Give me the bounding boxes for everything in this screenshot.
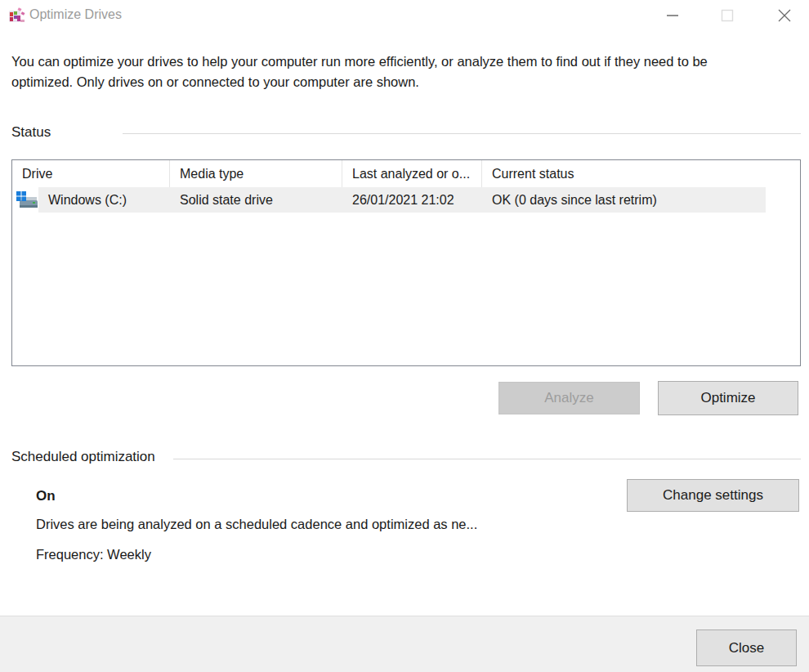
column-header-current-status[interactable]: Current status bbox=[482, 160, 766, 187]
column-header-drive[interactable]: Drive bbox=[12, 160, 170, 187]
analyze-button: Analyze bbox=[498, 382, 640, 414]
minimize-icon bbox=[664, 7, 682, 25]
drive-row-windows-c[interactable]: Windows (C:) Solid state drive 26/01/202… bbox=[12, 187, 800, 213]
window-title: Optimize Drives bbox=[29, 7, 122, 22]
scheduled-section-label: Scheduled optimization bbox=[11, 449, 155, 465]
dialog-description: You can optimize your drives to help you… bbox=[11, 52, 757, 92]
scheduled-description: Drives are being analyzed on a scheduled… bbox=[36, 517, 477, 532]
dialog-footer bbox=[0, 616, 809, 672]
change-settings-button[interactable]: Change settings bbox=[627, 479, 799, 512]
scheduled-frequency: Frequency: Weekly bbox=[36, 547, 151, 562]
minimize-button[interactable] bbox=[659, 2, 686, 29]
titlebar: Optimize Drives bbox=[0, 0, 809, 33]
scheduled-state: On bbox=[36, 488, 56, 504]
close-window-button[interactable] bbox=[771, 2, 798, 29]
maximize-button bbox=[713, 2, 741, 29]
close-button[interactable]: Close bbox=[696, 629, 797, 666]
maximize-icon bbox=[718, 7, 736, 25]
cell-media-type: Solid state drive bbox=[170, 187, 342, 213]
system-drive-icon bbox=[15, 189, 39, 212]
drives-table-header: Drive Media type Last analyzed or o... C… bbox=[12, 160, 800, 187]
status-section-divider bbox=[123, 133, 801, 134]
cell-last-analyzed: 26/01/2021 21:02 bbox=[342, 187, 482, 213]
drives-table: Drive Media type Last analyzed or o... C… bbox=[11, 159, 801, 366]
close-icon bbox=[775, 7, 793, 25]
column-header-media-type[interactable]: Media type bbox=[170, 160, 342, 187]
cell-current-status: OK (0 days since last retrim) bbox=[482, 187, 766, 213]
defrag-app-icon bbox=[7, 6, 26, 25]
column-header-last-analyzed[interactable]: Last analyzed or o... bbox=[342, 160, 482, 187]
status-section-label: Status bbox=[11, 124, 51, 141]
optimize-button[interactable]: Optimize bbox=[658, 381, 798, 415]
optimize-drives-window: Optimize Drives You can optimize your dr… bbox=[0, 0, 809, 672]
cell-drive-name: Windows (C:) bbox=[38, 187, 170, 213]
scheduled-section-divider bbox=[173, 459, 801, 459]
